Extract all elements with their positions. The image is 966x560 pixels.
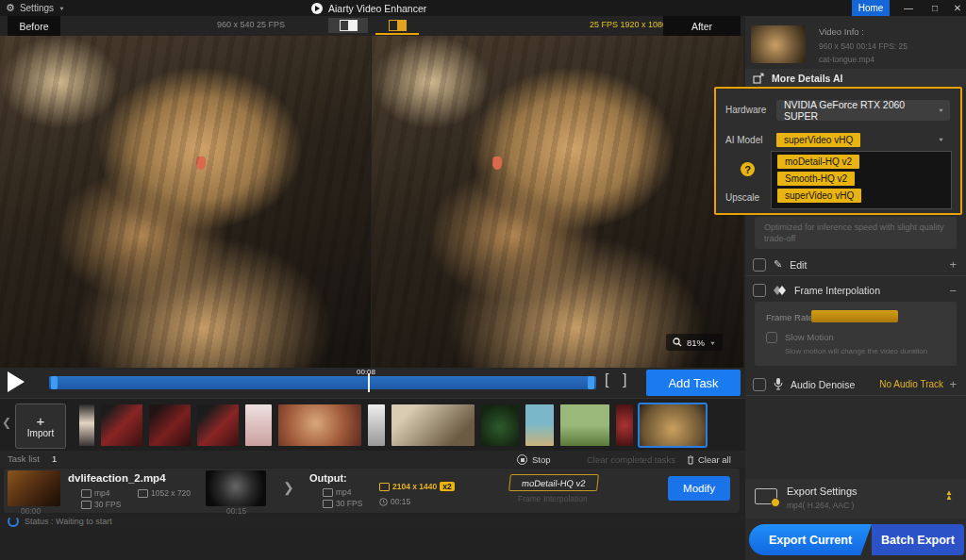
app-window: ⚙ Settings ▼ Aiarty Video Enhancer Home … [0,0,966,560]
cat-tongue-detail [196,156,206,170]
compare-view-button[interactable] [375,18,419,35]
compare-view-icon [389,20,407,31]
import-button[interactable]: + Import [15,404,66,449]
model-option[interactable]: Smooth-HQ v2 [777,172,855,186]
task-preview-thumbnail [206,470,266,506]
expand-icon[interactable]: + [949,377,957,391]
video-info-title: Video Info : [819,26,864,37]
close-button[interactable]: ✕ [947,0,966,16]
zoom-level-control[interactable]: 81% ▼ [666,334,723,351]
clear-completed-button[interactable]: Clear completed tasks [587,454,675,465]
thumbnail-selected[interactable] [640,404,706,446]
title-bar: ⚙ Settings ▼ Aiarty Video Enhancer Home … [0,0,966,16]
export-current-button[interactable]: Export Current [749,524,872,555]
task-list-header: Task list 1 Stop Clear completed tasks C… [0,451,745,468]
thumbnail[interactable] [481,404,519,446]
thumbnail-row [79,404,706,446]
trim-end-handle[interactable] [588,376,594,389]
task-filename: dvlifeaction_2.mp4 [68,472,166,484]
modify-button[interactable]: Modify [668,476,730,501]
resolution-icon [138,489,148,498]
hardware-label: Hardware [725,105,766,115]
frame-interpolation-panel: Frame Rate Slow Motion Slow motion will … [755,302,957,366]
ai-model-select[interactable]: superVideo vHQ ▼ [776,130,950,149]
after-tab[interactable]: After [663,16,741,36]
add-task-button[interactable]: Add Task [646,370,741,396]
status-text: Status : Waiting to start [25,517,112,526]
collapse-icon[interactable]: − [949,284,957,298]
audio-denoise-label: Audio Denoise [791,379,855,390]
hardware-select[interactable]: NVIDIA GeForce RTX 2060 SUPER ▼ [776,100,950,121]
section-edit[interactable]: ✎ Edit + [745,254,966,276]
playhead[interactable] [368,373,370,392]
help-icon[interactable]: ? [741,162,755,176]
edit-checkbox[interactable] [753,258,766,272]
upscale-icon [753,73,764,84]
single-view-button[interactable] [328,18,368,33]
home-button[interactable]: Home [852,0,890,16]
before-tab[interactable]: Before [8,16,60,36]
hardware-value: NVIDIA GeForce RTX 2060 SUPER [784,99,938,122]
minimize-button[interactable]: — [898,0,919,16]
clear-all-button[interactable]: Clear all [687,454,731,465]
thumbnail[interactable] [560,404,609,446]
set-start-bracket-button[interactable]: [ [605,371,608,388]
thumbnail[interactable] [245,404,272,446]
thumbnail[interactable] [278,404,361,446]
chevron-down-icon: ▼ [938,137,944,142]
ai-model-dropdown: moDetail-HQ v2Smooth-HQ v2superVideo vHQ [771,151,952,209]
fps-icon [81,501,92,509]
model-option[interactable]: moDetail-HQ v2 [777,155,859,169]
set-end-bracket-button[interactable]: ] [623,371,626,388]
thumbnail[interactable] [525,404,554,446]
section-audio-denoise[interactable]: Audio Denoise No Audio Track + [745,373,966,396]
output-frame-interpolation: Frame Interpolation [518,494,588,503]
batch-export-button[interactable]: Batch Export [872,524,964,555]
task-input-thumbnail [8,470,60,506]
audio-denoise-checkbox[interactable] [753,378,766,391]
format-icon [81,489,92,498]
before-preview-image[interactable] [0,36,371,368]
thumbnail[interactable] [101,404,142,446]
model-option[interactable]: superVideo vHQ [777,189,861,203]
frame-rate-selector[interactable] [811,310,898,322]
after-preview-image[interactable] [372,36,743,368]
thumbnail[interactable] [79,404,94,446]
bottom-panel [0,528,745,560]
expand-icon[interactable]: + [949,257,957,272]
stop-button[interactable]: Stop [517,454,551,465]
input-resolution: 1052 x 720 [138,488,191,498]
task-list-label: Task list [8,453,40,464]
frame-interpolation-checkbox[interactable] [753,284,766,297]
playhead-time-label: 00:08 [357,368,375,376]
trim-start-handle[interactable] [51,376,58,389]
resolution-icon [379,483,390,491]
video-info-specs: 960 x 540 00:14 FPS: 25 [819,41,908,51]
section-frame-interpolation[interactable]: Frame Interpolation − [745,279,966,302]
section-more-details-ai[interactable]: More Details AI [745,69,966,88]
thumbnail[interactable] [197,404,239,446]
maximize-button[interactable]: □ [924,0,945,16]
collapse-chevrons-icon[interactable]: ▲▲ [945,490,953,500]
ai-model-value: superVideo vHQ [776,133,860,147]
scroll-left-icon[interactable]: ❮ [2,416,11,429]
export-settings-row[interactable]: Export Settings mp4( H.264, AAC ) ▲▲ [745,479,966,519]
export-settings-icon [755,488,777,504]
task-row[interactable]: 00:00 dvlifeaction_2.mp4 mp4 1052 x 720 … [4,469,740,513]
audio-track-status: No Audio Track [879,379,943,389]
play-button[interactable] [8,371,32,394]
settings-menu[interactable]: ⚙ Settings ▼ [0,2,65,14]
timeline-track[interactable]: 00:08 [49,376,596,389]
thumbnail[interactable] [368,404,385,446]
output-model-tag: moDetail-HQ v2 [508,474,599,491]
gear-icon: ⚙ [6,2,15,14]
thumbnail[interactable] [391,404,475,446]
thumbnail[interactable] [149,404,191,446]
playback-bar: 00:08 [ ] Add Task [0,368,745,398]
upscale-label: Upscale [725,192,759,203]
input-fps: 30 FPS [81,500,121,509]
slow-motion-checkbox[interactable] [766,332,777,343]
cat-tongue-detail [492,156,502,170]
thumbnail[interactable] [616,404,633,446]
arrow-right-icon: ❯ [283,480,294,495]
